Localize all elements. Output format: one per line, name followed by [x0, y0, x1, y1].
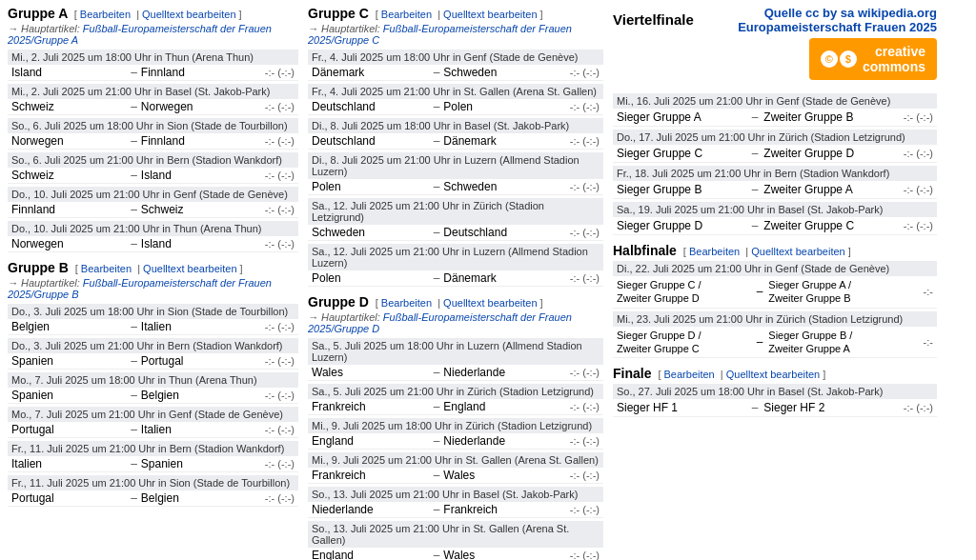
gruppe-b-day-2-header: Mo., 7. Juli 2025 um 18:00 Uhr in Thun (…: [8, 372, 298, 388]
match-away: Dänemark: [443, 271, 561, 285]
finale-quelltext-link[interactable]: Quelltext bearbeiten: [726, 369, 820, 380]
source-link[interactable]: Quelle cc by sa wikipedia.org Europameis…: [738, 6, 937, 34]
table-row: Deutschland – Polen -:- (-:-): [308, 99, 603, 115]
gruppe-b-hauptartikel-link[interactable]: Fußball-Europameisterschaft der Frauen 2…: [8, 277, 272, 300]
halbfinale-quelltext-link[interactable]: Quelltext bearbeiten: [751, 246, 844, 257]
table-row: Schweiz – Island -:- (-:-): [8, 168, 298, 184]
gruppe-d-bearbeiten-link[interactable]: Bearbeiten: [381, 297, 432, 309]
gruppe-a-hauptartikel-link[interactable]: Fußball-Europameisterschaft der Frauen 2…: [8, 23, 272, 46]
match-home: Polen: [312, 180, 430, 193]
match-home: Norwegen: [11, 237, 127, 250]
gruppe-c: Gruppe C [ Bearbeiten | Quelltext bearbe…: [308, 6, 603, 287]
right-column: Viertelfinale Quelle cc by sa wikipedia.…: [613, 6, 937, 560]
gruppe-a: Gruppe A [ Bearbeiten | Quelltext bearbe…: [8, 6, 298, 252]
match-score: -:- (-:-): [256, 458, 295, 470]
gruppe-a-day-2: So., 6. Juli 2025 um 18:00 Uhr in Sion (…: [8, 118, 298, 150]
match-home: Portugal: [11, 423, 127, 436]
match-score: -:- (-:-): [256, 170, 295, 181]
mid-column: Gruppe C [ Bearbeiten | Quelltext bearbe…: [308, 6, 603, 560]
match-home: Sieger Gruppe D / Zweiter Gruppe C: [617, 329, 751, 356]
gruppe-c-quelltext-link[interactable]: Quelltext bearbeiten: [443, 9, 537, 20]
match-away: Finnland: [141, 134, 256, 148]
viertelfinale-matches: Mi., 16. Juli 2025 um 21:00 Uhr in Genf …: [613, 93, 937, 235]
gruppe-d-day-3: Mi., 9. Juli 2025 um 21:00 Uhr in St. Ga…: [308, 452, 603, 484]
gruppe-a-day-1: Mi., 2. Juli 2025 um 21:00 Uhr in Basel …: [8, 84, 298, 115]
gruppe-b-edit-links: [ Bearbeiten | Quelltext bearbeiten ]: [72, 263, 243, 274]
table-row: Island – Finnland -:- (-:-): [8, 65, 298, 81]
match-score: -:- (-:-): [561, 101, 600, 112]
gruppe-c-day-4: Sa., 12. Juli 2025 um 21:00 Uhr in Züric…: [308, 198, 603, 241]
halbfinale-title: Halbfinale [ Bearbeiten | Quelltext bear…: [613, 243, 937, 258]
gruppe-c-day-5: Sa., 12. Juli 2025 um 21:00 Uhr in Luzer…: [308, 244, 603, 287]
match-home: Sieger Gruppe B: [617, 183, 746, 196]
viertelfinale-day-3: Sa., 19. Juli 2025 um 21:00 Uhr in Basel…: [613, 202, 937, 235]
gruppe-a-day-4-header: Do., 10. Juli 2025 um 21:00 Uhr in Genf …: [8, 187, 298, 202]
match-home: Sieger Gruppe C / Zweiter Gruppe D: [617, 278, 751, 306]
match-away: Sieger Gruppe A / Zweiter Gruppe B: [768, 278, 903, 306]
finale-edit-links: [ Bearbeiten | Quelltext bearbeiten ]: [655, 369, 825, 380]
gruppe-c-hauptartikel-link[interactable]: Fußball-Europameisterschaft der Frauen 2…: [308, 23, 572, 46]
table-row: Sieger Gruppe D – Zweiter Gruppe C -:- (…: [613, 217, 937, 235]
match-score: -:- (-:-): [561, 470, 600, 481]
table-row: Wales – Niederlande -:- (-:-): [308, 365, 603, 381]
match-score: -:- (-:-): [256, 424, 295, 435]
match-score: -:- (-:-): [561, 67, 600, 78]
match-home: Portugal: [11, 491, 127, 505]
match-score: -:- (-:-): [256, 492, 295, 504]
match-score: -:- (-:-): [561, 435, 600, 447]
gruppe-a-title: Gruppe A [ Bearbeiten | Quelltext bearbe…: [8, 6, 298, 21]
gruppe-a-day-5-header: Do., 10. Juli 2025 um 21:00 Uhr in Thun …: [8, 221, 298, 236]
match-home: Dänemark: [312, 66, 430, 79]
match-home: England: [312, 434, 430, 448]
match-score: -:- (-:-): [561, 181, 600, 192]
viertelfinale-day-0: Mi., 16. Juli 2025 um 21:00 Uhr in Genf …: [613, 93, 937, 127]
finale-bearbeiten-link[interactable]: Bearbeiten: [664, 369, 715, 380]
match-score: -:- (-:-): [561, 367, 600, 378]
gruppe-a-day-4: Do., 10. Juli 2025 um 21:00 Uhr in Genf …: [8, 187, 298, 218]
match-away: Italien: [141, 320, 256, 333]
gruppe-c-bearbeiten-link[interactable]: Bearbeiten: [381, 9, 432, 20]
table-row: Norwegen – Island -:- (-:-): [8, 236, 298, 252]
table-row: Sieger Gruppe C / Zweiter Gruppe D – Sie…: [613, 276, 937, 309]
halbfinale-day-0: Di., 22. Juli 2025 um 21:00 Uhr in Genf …: [613, 261, 937, 309]
match-score: -:- (-:-): [561, 272, 600, 284]
gruppe-b: Gruppe B [ Bearbeiten | Quelltext bearbe…: [8, 260, 298, 507]
gruppe-a-quelltext-link[interactable]: Quelltext bearbeiten: [142, 9, 235, 20]
viertelfinale-section-header: Viertelfinale: [613, 6, 694, 31]
gruppe-b-quelltext-link[interactable]: Quelltext bearbeiten: [143, 263, 236, 274]
match-home: Schweiz: [11, 100, 127, 113]
gruppe-c-day-0-header: Fr., 4. Juli 2025 um 18:00 Uhr in Genf (…: [308, 50, 603, 65]
match-home: Frankreich: [312, 469, 430, 482]
gruppe-b-bearbeiten-link[interactable]: Bearbeiten: [81, 263, 132, 274]
gruppe-b-day-3-header: Mo., 7. Juli 2025 um 21:00 Uhr in Genf (…: [8, 407, 298, 422]
table-row: Schweiz – Norwegen -:- (-:-): [8, 99, 298, 115]
gruppe-d-quelltext-link[interactable]: Quelltext bearbeiten: [443, 297, 537, 309]
match-score: -:-: [906, 286, 933, 297]
match-away: Zweiter Gruppe D: [763, 147, 893, 160]
match-away: Belgien: [141, 491, 256, 505]
source-title: Quelle cc by sa wikipedia.org Europameis…: [738, 6, 937, 34]
gruppe-a-day-0: Mi., 2. Juli 2025 um 18:00 Uhr in Thun (…: [8, 50, 298, 81]
gruppe-b-day-3: Mo., 7. Juli 2025 um 21:00 Uhr in Genf (…: [8, 407, 298, 438]
table-row: Belgien – Italien -:- (-:-): [8, 319, 298, 335]
table-row: England – Wales -:- (-:-): [308, 548, 603, 560]
gruppe-b-title: Gruppe B [ Bearbeiten | Quelltext bearbe…: [8, 260, 298, 275]
halbfinale-bearbeiten-link[interactable]: Bearbeiten: [689, 246, 740, 257]
gruppe-a-bearbeiten-link[interactable]: Bearbeiten: [80, 9, 131, 20]
match-away: Zweiter Gruppe B: [763, 110, 893, 124]
halbfinale-label: Halbfinale: [613, 243, 677, 258]
gruppe-d-day-2: Mi., 9. Juli 2025 um 18:00 Uhr in Zürich…: [308, 418, 603, 450]
gruppe-d-hauptartikel-link[interactable]: Fußball-Europameisterschaft der Frauen 2…: [308, 311, 572, 334]
table-row: Sieger Gruppe D / Zweiter Gruppe C – Sie…: [613, 327, 937, 359]
match-score: -:- (-:-): [897, 220, 933, 231]
match-score: -:- (-:-): [561, 135, 600, 147]
match-away: Belgien: [141, 389, 256, 402]
match-away: Niederlande: [443, 366, 561, 379]
table-row: Italien – Spanien -:- (-:-): [8, 456, 298, 472]
gruppe-a-day-1-header: Mi., 2. Juli 2025 um 21:00 Uhr in Basel …: [8, 84, 298, 99]
gruppe-a-day-0-header: Mi., 2. Juli 2025 um 18:00 Uhr in Thun (…: [8, 50, 298, 65]
finale-section: Finale [ Bearbeiten | Quelltext bearbeit…: [613, 366, 937, 417]
match-home: Schweden: [312, 226, 430, 239]
match-score: -:- (-:-): [256, 238, 295, 250]
match-away: Dänemark: [443, 134, 561, 148]
